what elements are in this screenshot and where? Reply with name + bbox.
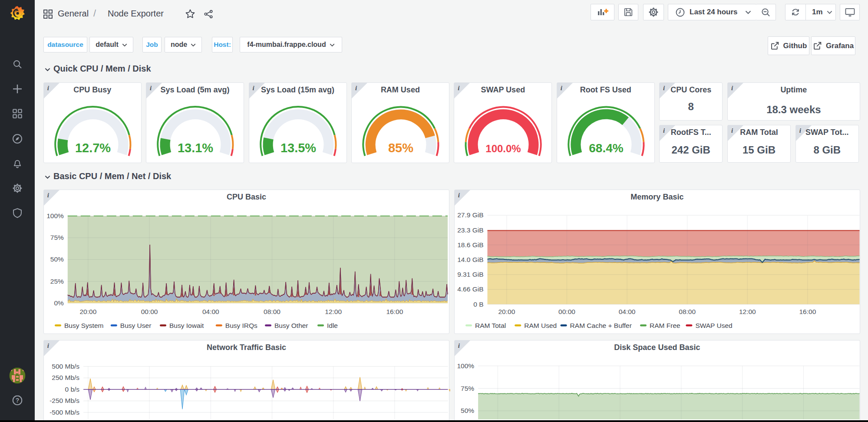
svg-text:08:00: 08:00 bbox=[264, 308, 281, 315]
svg-text:13.1%: 13.1% bbox=[178, 141, 213, 155]
svg-text:0%: 0% bbox=[54, 299, 64, 307]
svg-text:14.0 GiB: 14.0 GiB bbox=[457, 256, 483, 263]
svg-text:50%: 50% bbox=[461, 407, 474, 414]
svg-text:50%: 50% bbox=[50, 256, 63, 263]
svg-text:12:00: 12:00 bbox=[739, 308, 756, 315]
svg-text:RAM Used: RAM Used bbox=[524, 322, 557, 329]
svg-text:-250 Mb/s: -250 Mb/s bbox=[50, 397, 79, 404]
svg-text:RAM Total: RAM Total bbox=[475, 322, 506, 329]
svg-text:27.9 GiB: 27.9 GiB bbox=[457, 212, 483, 219]
svg-text:00:00: 00:00 bbox=[141, 308, 158, 315]
svg-text:Busy Other: Busy Other bbox=[274, 322, 308, 329]
svg-text:-500 Mb/s: -500 Mb/s bbox=[50, 409, 79, 416]
svg-text:75%: 75% bbox=[461, 384, 474, 392]
svg-text:9.31 GiB: 9.31 GiB bbox=[457, 271, 483, 278]
svg-text:20:00: 20:00 bbox=[498, 308, 515, 315]
svg-text:SWAP Used: SWAP Used bbox=[695, 322, 732, 329]
svg-text:75%: 75% bbox=[50, 234, 63, 242]
svg-text:?: ? bbox=[16, 397, 20, 404]
svg-text:18.6 GiB: 18.6 GiB bbox=[457, 241, 483, 249]
svg-text:Busy System: Busy System bbox=[64, 322, 103, 329]
svg-text:12:00: 12:00 bbox=[325, 308, 342, 315]
svg-text:25%: 25% bbox=[50, 278, 63, 285]
svg-text:RAM Free: RAM Free bbox=[650, 322, 680, 329]
svg-text:RAM Cache + Buffer: RAM Cache + Buffer bbox=[570, 322, 631, 329]
svg-text:23.3 GiB: 23.3 GiB bbox=[457, 226, 483, 234]
svg-text:100%: 100% bbox=[46, 212, 64, 219]
svg-text:250 Mb/s: 250 Mb/s bbox=[52, 374, 79, 381]
svg-text:100.0%: 100.0% bbox=[486, 143, 521, 154]
svg-text:0 B: 0 B bbox=[473, 301, 483, 308]
svg-text:Busy IRQs: Busy IRQs bbox=[225, 322, 257, 329]
svg-text:4.66 GiB: 4.66 GiB bbox=[457, 286, 483, 293]
svg-text:20:00: 20:00 bbox=[79, 308, 96, 315]
svg-text:0 b/s: 0 b/s bbox=[65, 386, 79, 393]
svg-text:16:00: 16:00 bbox=[386, 308, 403, 315]
svg-text:500 Mb/s: 500 Mb/s bbox=[52, 363, 79, 370]
svg-text:Busy Iowait: Busy Iowait bbox=[169, 322, 204, 329]
svg-text:68.4%: 68.4% bbox=[589, 141, 623, 155]
svg-text:Idle: Idle bbox=[327, 322, 338, 329]
svg-text:04:00: 04:00 bbox=[618, 308, 635, 315]
svg-text:08:00: 08:00 bbox=[679, 308, 696, 315]
svg-text:100%: 100% bbox=[457, 362, 474, 370]
svg-text:Busy User: Busy User bbox=[120, 322, 151, 329]
svg-text:85%: 85% bbox=[388, 141, 413, 155]
svg-text:00:00: 00:00 bbox=[558, 308, 575, 315]
svg-text:16:00: 16:00 bbox=[799, 308, 816, 315]
svg-text:04:00: 04:00 bbox=[202, 308, 219, 315]
svg-text:12.7%: 12.7% bbox=[75, 141, 111, 155]
svg-text:13.5%: 13.5% bbox=[280, 141, 316, 155]
